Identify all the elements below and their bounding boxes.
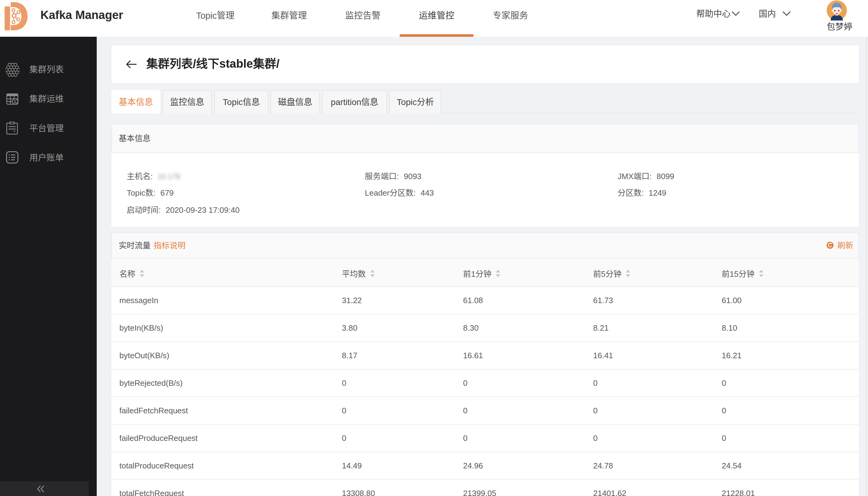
svg-text:$: $ xyxy=(14,99,17,104)
